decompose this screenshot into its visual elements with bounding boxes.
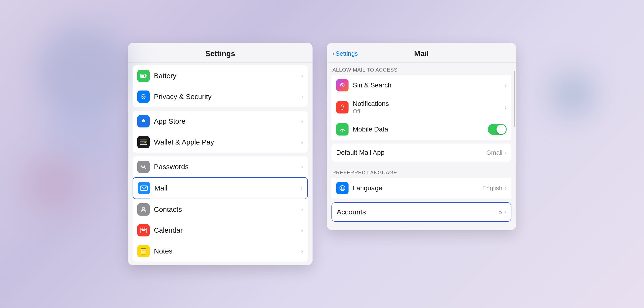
siri-icon [336, 79, 348, 92]
mail-chevron: › [301, 185, 302, 191]
privacy-icon [137, 91, 150, 103]
battery-icon [137, 70, 150, 82]
settings-group-1: Battery › Privacy & Security › [128, 65, 312, 107]
mail-icon [138, 182, 150, 194]
settings-card-2: App Store › Wallet & Apple Pay › [132, 111, 308, 153]
language-value: English [482, 185, 502, 192]
accounts-row[interactable]: Accounts 5 › [332, 202, 512, 222]
svg-rect-2 [146, 75, 146, 77]
appstore-chevron: › [301, 118, 303, 125]
wallet-label: Wallet & Apple Pay [154, 138, 301, 146]
language-content: Language [353, 184, 482, 192]
battery-chevron: › [301, 73, 303, 79]
mobile-data-row[interactable]: Mobile Data [332, 119, 512, 140]
accounts-label: Accounts [337, 208, 498, 216]
mobile-data-content: Mobile Data [353, 126, 488, 133]
mobile-data-label: Mobile Data [353, 126, 488, 133]
calendar-label: Calendar [154, 226, 301, 234]
toggle-knob [496, 125, 506, 134]
wallet-icon [137, 136, 150, 148]
svg-rect-14 [143, 230, 144, 231]
notifications-right: › [505, 104, 507, 111]
passwords-chevron: › [301, 163, 303, 170]
mobile-data-toggle[interactable] [488, 124, 507, 135]
language-right: English › [482, 185, 507, 192]
privacy-label: Privacy & Security [154, 93, 301, 101]
notes-icon [137, 245, 150, 257]
settings-title: Settings [205, 49, 235, 58]
mail-label: Mail [154, 184, 301, 192]
svg-rect-20 [342, 105, 343, 105]
battery-row[interactable]: Battery › [132, 65, 308, 86]
default-mail-value: Gmail [486, 149, 502, 156]
scrollbar[interactable] [514, 71, 515, 127]
contacts-chevron: › [301, 206, 303, 213]
svg-rect-1 [141, 75, 144, 77]
calendar-icon [137, 224, 150, 236]
svg-rect-8 [140, 186, 148, 190]
back-button[interactable]: ‹ Settings [332, 50, 358, 58]
calendar-chevron: › [301, 227, 303, 234]
allow-section-label: ALLOW MAIL TO ACCESS [332, 63, 512, 75]
calendar-row[interactable]: Calendar › [132, 220, 308, 241]
default-mail-right: Gmail › [486, 149, 507, 156]
notes-row[interactable]: Notes › [132, 241, 308, 261]
mobile-data-right [488, 124, 507, 135]
siri-content: Siri & Search [353, 82, 505, 89]
language-label: Language [353, 184, 482, 192]
passwords-label: Passwords [154, 163, 301, 171]
settings-panel: Settings Battery › [128, 43, 312, 265]
default-mail-chevron: › [505, 149, 507, 156]
privacy-row[interactable]: Privacy & Security › [132, 86, 308, 107]
notifications-chevron: › [505, 104, 507, 111]
mail-row[interactable]: Mail › [132, 177, 308, 199]
contacts-row[interactable]: Contacts › [132, 199, 308, 220]
bg-decoration-4 [549, 71, 597, 118]
passwords-icon [137, 161, 150, 173]
language-chevron: › [505, 185, 507, 191]
bg-decoration-3 [24, 154, 83, 213]
siri-chevron: › [505, 82, 507, 89]
settings-group-3: Passwords › Mail › [128, 156, 312, 261]
mobile-data-icon [336, 123, 348, 136]
svg-rect-5 [144, 142, 146, 143]
privacy-chevron: › [301, 93, 303, 100]
contacts-label: Contacts [154, 205, 301, 213]
svg-point-9 [142, 207, 145, 210]
siri-right: › [505, 82, 507, 89]
svg-point-21 [342, 131, 343, 132]
panels-container: Settings Battery › [128, 43, 516, 265]
settings-card-1: Battery › Privacy & Security › [132, 65, 308, 107]
mail-panel: ‹ Settings Mail ALLOW MAIL TO ACCESS [327, 43, 516, 230]
mail-header: ‹ Settings Mail [327, 43, 516, 63]
svg-point-7 [142, 166, 144, 167]
back-chevron-icon: ‹ [332, 50, 334, 58]
back-label: Settings [336, 50, 358, 57]
siri-search-row[interactable]: Siri & Search › [332, 75, 512, 96]
accounts-chevron: › [504, 209, 506, 215]
default-mail-row[interactable]: Default Mail App Gmail › [332, 144, 512, 162]
language-row[interactable]: Language English › [332, 178, 512, 199]
allow-access-card: Siri & Search › [332, 75, 512, 140]
settings-header: Settings [128, 43, 312, 63]
preferred-section-label: PREFERRED LANGUAGE [332, 165, 512, 178]
contacts-icon [137, 203, 150, 216]
notes-chevron: › [301, 248, 303, 254]
language-card: Language English › [332, 178, 512, 199]
passwords-row[interactable]: Passwords › [132, 156, 308, 177]
svg-point-19 [342, 85, 343, 86]
appstore-row[interactable]: App Store › [132, 111, 308, 132]
svg-rect-12 [144, 227, 145, 229]
appstore-label: App Store [154, 117, 301, 125]
wallet-chevron: › [301, 139, 303, 145]
notifications-row[interactable]: Notifications Off › [332, 96, 512, 119]
siri-label: Siri & Search [353, 82, 505, 89]
notifications-subtitle: Off [353, 108, 505, 115]
appstore-icon [137, 115, 150, 127]
svg-rect-15 [144, 230, 145, 231]
wallet-row[interactable]: Wallet & Apple Pay › [132, 132, 308, 153]
default-mail-label: Default Mail App [336, 149, 486, 156]
mail-panel-title: Mail [414, 49, 429, 58]
accounts-right: 5 › [498, 208, 506, 216]
notifications-label: Notifications [353, 100, 505, 108]
